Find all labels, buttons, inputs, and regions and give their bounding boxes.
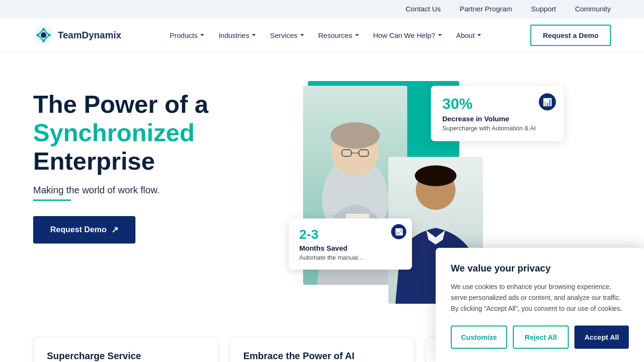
- stat-desc-1: Supercharge with Automation & AI: [442, 125, 552, 132]
- nav-how-can-we-help[interactable]: How Can We Help?: [367, 27, 448, 43]
- feature-title-2: Embrace the Power of AI: [243, 351, 401, 362]
- nav-industries[interactable]: Industries: [213, 27, 262, 43]
- main-nav: TeamDynamix Products Industries Services…: [14, 18, 630, 52]
- stat-number-2: 2-3: [299, 227, 402, 242]
- nav-links: Products Industries Services Resources H…: [164, 27, 488, 43]
- stat-number-1: 30%: [442, 95, 552, 113]
- nav-products[interactable]: Products: [164, 27, 211, 43]
- nav-about[interactable]: About: [450, 27, 488, 43]
- logo[interactable]: TeamDynamix: [33, 25, 121, 45]
- nav-services[interactable]: Services: [264, 27, 311, 43]
- hero-title: The Power of a Synchronized Enterprise: [33, 90, 279, 175]
- svg-point-4: [42, 39, 45, 42]
- cookie-title: We value your privacy: [451, 263, 629, 274]
- logo-text: TeamDynamix: [58, 30, 121, 41]
- feature-card-ai: Embrace the Power of AI Automation meets…: [230, 337, 415, 362]
- request-demo-hero-button[interactable]: Request Demo ↗: [33, 216, 135, 244]
- nav-wrapper: TeamDynamix Products Industries Services…: [0, 18, 644, 53]
- nav-resources[interactable]: Resources: [313, 27, 366, 43]
- svg-point-2: [42, 28, 45, 31]
- stat-icon-1: 📊: [539, 93, 556, 110]
- cookie-text: We use cookies to enhance your browsing …: [451, 281, 629, 314]
- svg-point-14: [415, 165, 456, 186]
- community-link[interactable]: Community: [575, 5, 611, 13]
- cookie-consent-overlay: We value your privacy We use cookies to …: [436, 248, 644, 362]
- stat-card-2: 📈 2-3 Months Saved Automate the manual..…: [289, 218, 412, 270]
- stat-icon-2: 📈: [391, 224, 406, 239]
- support-link[interactable]: Support: [531, 5, 556, 13]
- stat-label-2: Months Saved: [299, 244, 402, 252]
- hero-left: The Power of a Synchronized Enterprise M…: [33, 81, 279, 244]
- request-demo-nav-button[interactable]: Request a Demo: [530, 25, 611, 46]
- arrow-icon: ↗: [111, 225, 118, 235]
- stat-desc-2: Automate the manual...: [299, 254, 402, 261]
- cookie-accept-button[interactable]: Accept All: [574, 326, 629, 349]
- hero-subtitle: Making the world of work flow.: [33, 185, 279, 196]
- svg-point-3: [48, 34, 51, 36]
- stat-card-1: 📊 30% Decrease in Volume Supercharge wit…: [431, 86, 564, 141]
- svg-point-1: [41, 32, 46, 38]
- feature-title-1: Supercharge Service: [47, 351, 205, 362]
- cookie-buttons: Customize Reject All Accept All: [451, 326, 629, 349]
- top-bar: Contact Us Partner Program Support Commu…: [0, 0, 644, 18]
- stat-label-1: Decrease in Volume: [442, 115, 552, 123]
- svg-point-5: [36, 34, 39, 36]
- cookie-customize-button[interactable]: Customize: [451, 326, 507, 349]
- partner-program-link[interactable]: Partner Program: [460, 5, 512, 13]
- hero-underline-decoration: [33, 199, 71, 201]
- svg-point-11: [331, 122, 380, 149]
- contact-us-link[interactable]: Contact Us: [406, 5, 441, 13]
- cookie-reject-button[interactable]: Reject All: [513, 326, 569, 349]
- feature-card-supercharge: Supercharge Service TeamDynamix offers a…: [33, 337, 218, 362]
